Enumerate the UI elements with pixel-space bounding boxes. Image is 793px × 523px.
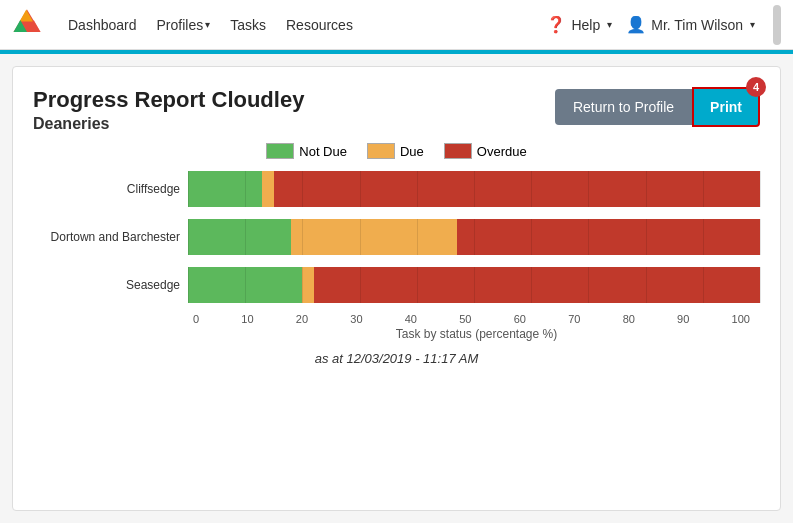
chart-wrapper: CliffsedgeDortown and BarchesterSeasedge bbox=[33, 169, 760, 305]
chart-legend: Not Due Due Overdue bbox=[33, 143, 760, 159]
bar-segment bbox=[457, 219, 760, 255]
navbar-right: ❓ Help ▾ 👤 Mr. Tim Wilson ▾ bbox=[546, 5, 781, 45]
scrollbar[interactable] bbox=[773, 5, 781, 45]
x-axis: 0102030405060708090100 bbox=[33, 313, 760, 325]
svg-marker-1 bbox=[20, 9, 34, 21]
grid-line bbox=[760, 219, 761, 255]
header-buttons: Return to Profile Print 4 bbox=[555, 87, 760, 127]
bar-label: Dortown and Barchester bbox=[33, 230, 188, 244]
x-tick: 80 bbox=[623, 313, 635, 325]
bar-segment bbox=[314, 267, 760, 303]
main-card: Progress Report Cloudley Deaneries Retur… bbox=[12, 66, 781, 511]
legend-label-not-due: Not Due bbox=[299, 144, 347, 159]
grid-line bbox=[760, 171, 761, 207]
bar-segment bbox=[302, 267, 313, 303]
x-tick: 50 bbox=[459, 313, 471, 325]
help-icon: ❓ bbox=[546, 15, 566, 34]
x-axis-label: Task by status (percentage %) bbox=[33, 327, 760, 341]
nav-tasks[interactable]: Tasks bbox=[230, 17, 266, 33]
return-to-profile-button[interactable]: Return to Profile bbox=[555, 89, 692, 125]
x-tick: 70 bbox=[568, 313, 580, 325]
x-tick: 60 bbox=[514, 313, 526, 325]
legend-label-due: Due bbox=[400, 144, 424, 159]
nav-resources[interactable]: Resources bbox=[286, 17, 353, 33]
help-menu[interactable]: ❓ Help ▾ bbox=[546, 15, 612, 34]
navbar: Dashboard Profiles ▾ Tasks Resources ❓ H… bbox=[0, 0, 793, 50]
bar-container bbox=[188, 171, 760, 207]
legend-label-overdue: Overdue bbox=[477, 144, 527, 159]
profiles-dropdown-icon: ▾ bbox=[205, 19, 210, 30]
help-dropdown-icon: ▾ bbox=[607, 19, 612, 30]
app-logo bbox=[12, 8, 48, 42]
legend-color-overdue bbox=[444, 143, 472, 159]
nav-dashboard[interactable]: Dashboard bbox=[68, 17, 137, 33]
legend-color-due bbox=[367, 143, 395, 159]
x-tick: 0 bbox=[193, 313, 199, 325]
bar-label: Cliffsedge bbox=[33, 182, 188, 196]
legend-color-not-due bbox=[266, 143, 294, 159]
nav-profiles[interactable]: Profiles ▾ bbox=[157, 17, 211, 33]
bar-container bbox=[188, 219, 760, 255]
x-tick: 10 bbox=[241, 313, 253, 325]
bar-container bbox=[188, 267, 760, 303]
bar-segment bbox=[188, 171, 262, 207]
report-title-block: Progress Report Cloudley Deaneries bbox=[33, 87, 304, 133]
x-tick: 100 bbox=[732, 313, 750, 325]
report-header: Progress Report Cloudley Deaneries Retur… bbox=[33, 87, 760, 133]
user-icon: 👤 bbox=[626, 15, 646, 34]
bar-segment bbox=[188, 267, 302, 303]
x-tick: 90 bbox=[677, 313, 689, 325]
timestamp: as at 12/03/2019 - 11:17 AM bbox=[33, 351, 760, 366]
user-dropdown-icon: ▾ bbox=[750, 19, 755, 30]
bar-row: Seasedge bbox=[33, 265, 760, 305]
report-title: Progress Report Cloudley bbox=[33, 87, 304, 113]
bar-segment bbox=[188, 219, 291, 255]
x-tick: 40 bbox=[405, 313, 417, 325]
user-menu[interactable]: 👤 Mr. Tim Wilson ▾ bbox=[626, 15, 755, 34]
bar-row: Dortown and Barchester bbox=[33, 217, 760, 257]
legend-not-due: Not Due bbox=[266, 143, 347, 159]
grid-line bbox=[760, 267, 761, 303]
bar-row: Cliffsedge bbox=[33, 169, 760, 209]
accent-bar bbox=[0, 50, 793, 54]
report-subtitle: Deaneries bbox=[33, 115, 304, 133]
bar-segment bbox=[262, 171, 273, 207]
x-tick: 20 bbox=[296, 313, 308, 325]
legend-overdue: Overdue bbox=[444, 143, 527, 159]
bar-segment bbox=[291, 219, 457, 255]
bar-segment bbox=[274, 171, 760, 207]
bar-label: Seasedge bbox=[33, 278, 188, 292]
legend-due: Due bbox=[367, 143, 424, 159]
notification-badge: 4 bbox=[746, 77, 766, 97]
x-tick: 30 bbox=[350, 313, 362, 325]
